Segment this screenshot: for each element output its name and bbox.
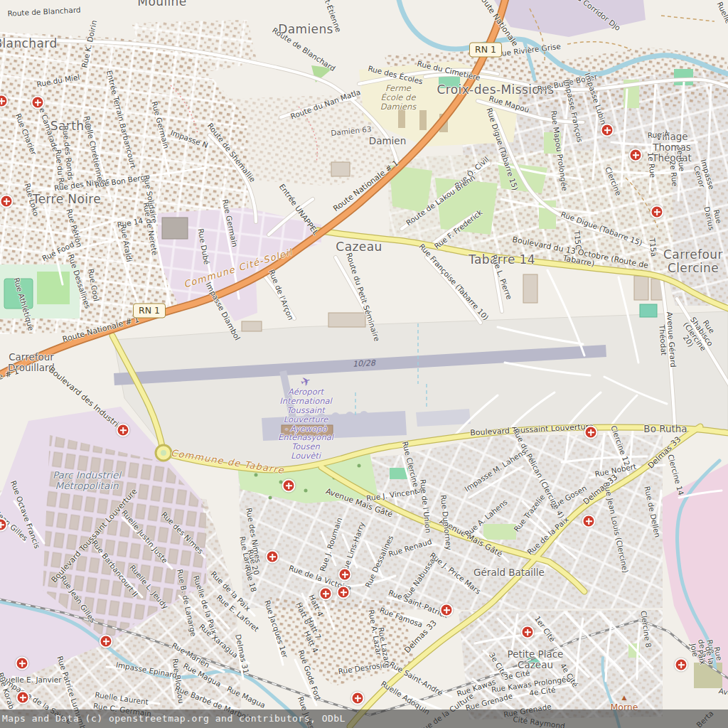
map-canvas[interactable]: BlanchardMoulineSartheTerre NoireDamiens… [0, 0, 728, 728]
map-render [0, 0, 728, 728]
attribution-bar: Maps and Data (c) openstreetmap.org and … [0, 710, 728, 728]
attribution-text: Maps and Data (c) openstreetmap.org and … [2, 713, 346, 724]
